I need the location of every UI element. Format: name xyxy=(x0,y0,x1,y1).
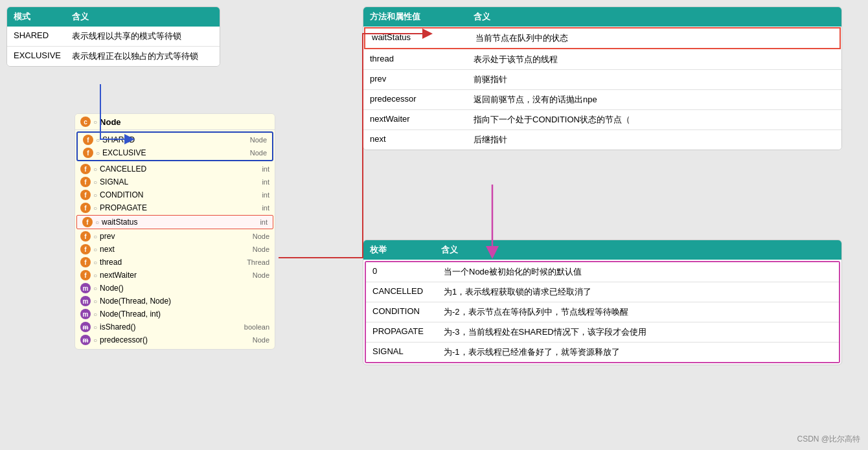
mode-exclusive-meaning: 表示线程正在以独占的方式等待锁 xyxy=(72,51,213,62)
methods-field-nextwaiter: nextWaiter xyxy=(370,114,474,126)
field-icon-nextwaiter: f xyxy=(80,270,91,280)
class-row-isshared: m ○ isShared() boolean xyxy=(75,321,275,333)
methods-row-thread: thread 表示处于该节点的线程 xyxy=(363,50,841,70)
methods-table: 方法和属性值 含义 waitStatus 当前节点在队列中的状态 thread … xyxy=(363,6,842,150)
field-type-condition: int xyxy=(262,191,269,199)
mode-row-shared: SHARED 表示线程以共享的模式等待锁 xyxy=(7,27,220,47)
enum-val-propagate: PROPAGATE xyxy=(372,326,444,338)
field-name-shared: SHARED xyxy=(102,135,247,144)
methods-row-predecessor: predecessor 返回前驱节点，没有的话抛出npe xyxy=(363,90,841,110)
mode-row-exclusive: EXCLUSIVE 表示线程正在以独占的方式等待锁 xyxy=(7,47,220,66)
enum-val-signal: SIGNAL xyxy=(372,346,444,358)
class-title-dot: ○ xyxy=(93,118,97,126)
method-name-predecessor: predecessor() xyxy=(100,335,250,344)
enum-table: 枚举 含义 0 当一个Node被初始化的时候的默认值 CANCELLED 为1，… xyxy=(363,240,842,365)
field-type-shared: Node xyxy=(250,136,267,144)
class-name: Node xyxy=(100,117,121,127)
field-icon-next: f xyxy=(80,244,91,254)
enum-row-cancelled: CANCELLED 为1，表示线程获取锁的请求已经取消了 xyxy=(366,282,839,302)
watermark: CSDN @比尔高特 xyxy=(797,434,860,445)
class-row-next: f ○ next Node xyxy=(75,243,275,256)
methods-col-header: 方法和属性值 xyxy=(370,11,474,23)
mode-meaning-header: 含义 xyxy=(72,11,213,23)
class-row-exclusive: f ○ EXCLUSIVE Node xyxy=(78,146,272,159)
shared-exclusive-group: f ○ SHARED Node f ○ EXCLUSIVE Node xyxy=(76,131,273,161)
field-icon-waitstatus: f xyxy=(82,217,93,227)
class-row-signal: f ○ SIGNAL int xyxy=(75,175,275,188)
class-row-node-constructor3: m ○ Node(Thread, int) xyxy=(75,308,275,321)
mode-exclusive-label: EXCLUSIVE xyxy=(14,51,72,62)
methods-row-waitstatus: waitStatus 当前节点在队列中的状态 xyxy=(364,27,841,49)
enum-table-bordered: 0 当一个Node被初始化的时候的默认值 CANCELLED 为1，表示线程获取… xyxy=(365,261,840,363)
methods-meaning-next: 后继指针 xyxy=(474,134,835,146)
enum-row-0: 0 当一个Node被初始化的时候的默认值 xyxy=(366,262,839,282)
field-name-propagate: PROPAGATE xyxy=(100,203,259,212)
enum-meaning-signal: 为-1，表示线程已经准备好了，就等资源释放了 xyxy=(444,346,832,358)
methods-table-header: 方法和属性值 含义 xyxy=(363,7,841,27)
enum-row-condition: CONDITION 为-2，表示节点在等待队列中，节点线程等待唤醒 xyxy=(366,302,839,322)
method-icon-1: m xyxy=(80,283,91,293)
field-icon-condition: f xyxy=(80,190,91,200)
field-name-thread: thread xyxy=(100,258,244,267)
field-icon-signal: f xyxy=(80,177,91,187)
methods-field-next: next xyxy=(370,134,474,146)
field-name-exclusive: EXCLUSIVE xyxy=(102,148,247,157)
field-icon-thread: f xyxy=(80,257,91,267)
class-title: c ○ Node xyxy=(75,114,275,130)
class-row-node-constructor2: m ○ Node(Thread, Node) xyxy=(75,295,275,308)
methods-row-next: next 后继指针 xyxy=(363,130,841,150)
methods-row-nextwaiter: nextWaiter 指向下一个处于CONDITION状态的节点（ xyxy=(363,110,841,130)
methods-field-prev: prev xyxy=(370,74,474,85)
class-row-node-constructor1: m ○ Node() xyxy=(75,282,275,295)
field-name-condition: CONDITION xyxy=(100,190,259,199)
class-row-shared: f ○ SHARED Node xyxy=(78,133,272,146)
field-name-next: next xyxy=(100,245,250,254)
methods-meaning-header: 含义 xyxy=(474,11,835,23)
enum-val-0: 0 xyxy=(372,266,444,278)
methods-field-thread: thread xyxy=(370,54,474,65)
field-icon-propagate: f xyxy=(80,203,91,213)
enum-meaning-header: 含义 xyxy=(441,244,835,256)
class-row-condition: f ○ CONDITION int xyxy=(75,188,275,201)
field-type-cancelled: int xyxy=(262,165,269,173)
field-icon-prev: f xyxy=(80,231,91,242)
enum-meaning-propagate: 为-3，当前线程处在SHARED情况下，该字段才会使用 xyxy=(444,326,832,338)
method-name-1: Node() xyxy=(100,284,269,293)
class-row-cancelled: f ○ CANCELLED int xyxy=(75,163,275,175)
methods-meaning-predecessor: 返回前驱节点，没有的话抛出npe xyxy=(474,94,835,106)
class-row-thread: f ○ thread Thread xyxy=(75,256,275,269)
field-type-signal: int xyxy=(262,178,269,186)
methods-meaning-waitstatus: 当前节点在队列中的状态 xyxy=(475,32,833,44)
method-icon-3: m xyxy=(80,309,91,319)
field-name-waitstatus: waitStatus xyxy=(102,218,257,227)
field-icon-exclusive: f xyxy=(83,148,93,158)
class-row-nextwaiter: f ○ nextWaiter Node xyxy=(75,269,275,282)
field-type-next: Node xyxy=(253,245,269,253)
class-row-propagate: f ○ PROPAGATE int xyxy=(75,201,275,214)
class-icon-c: c xyxy=(80,117,91,127)
methods-meaning-thread: 表示处于该节点的线程 xyxy=(474,54,835,65)
enum-val-condition: CONDITION xyxy=(372,306,444,318)
field-icon-cancelled: f xyxy=(80,164,91,174)
methods-field-predecessor: predecessor xyxy=(370,94,474,106)
method-icon-predecessor: m xyxy=(80,335,91,345)
enum-val-cancelled: CANCELLED xyxy=(372,286,444,298)
field-type-thread: Thread xyxy=(247,258,269,266)
enum-meaning-cancelled: 为1，表示线程获取锁的请求已经取消了 xyxy=(444,286,832,298)
field-type-prev: Node xyxy=(253,232,269,240)
field-name-signal: SIGNAL xyxy=(100,177,259,186)
methods-meaning-prev: 前驱指针 xyxy=(474,74,835,85)
field-name-prev: prev xyxy=(100,232,250,241)
method-name-2: Node(Thread, Node) xyxy=(100,297,269,306)
field-name-nextwaiter: nextWaiter xyxy=(100,271,250,280)
class-row-waitstatus: f ○ waitStatus int xyxy=(76,215,273,229)
enum-meaning-0: 当一个Node被初始化的时候的默认值 xyxy=(444,266,832,278)
field-type-waitstatus: int xyxy=(260,218,268,226)
class-row-predecessor: m ○ predecessor() Node xyxy=(75,333,275,346)
enum-table-header: 枚举 含义 xyxy=(363,240,841,260)
enum-meaning-condition: 为-2，表示节点在等待队列中，节点线程等待唤醒 xyxy=(444,306,832,318)
method-name-3: Node(Thread, int) xyxy=(100,309,269,319)
mode-shared-label: SHARED xyxy=(14,30,72,42)
field-name-cancelled: CANCELLED xyxy=(100,164,259,174)
field-type-exclusive: Node xyxy=(250,149,267,157)
